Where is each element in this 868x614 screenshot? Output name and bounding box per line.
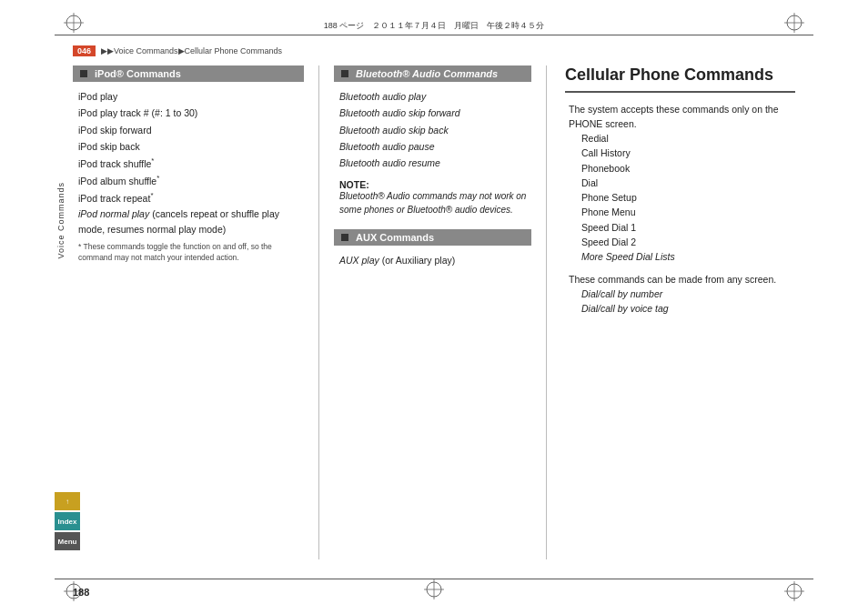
note-text: Bluetooth® Audio commands may not work o… — [339, 190, 531, 216]
content-area: iPod® Commands iPod play iPod play track… — [73, 65, 795, 559]
bluetooth-note: NOTE: Bluetooth® Audio commands may not … — [334, 179, 531, 216]
list-item: Dial — [581, 176, 795, 190]
list-item: Phonebook — [581, 161, 795, 176]
list-item: Call History — [581, 146, 795, 160]
right-column: Cellular Phone Commands The system accep… — [546, 65, 795, 559]
header-square-icon — [341, 70, 348, 77]
top-divider — [55, 35, 813, 35]
right-col-body: The system accepts these commands only o… — [565, 102, 795, 317]
phone-commands-list: Redial Call History Phonebook Dial Phone… — [569, 131, 795, 264]
breadcrumb: 046 ▶▶Voice Commands▶Cellular Phone Comm… — [73, 45, 795, 56]
mid-column: Bluetooth® Audio Commands Bluetooth audi… — [318, 65, 546, 559]
list-item: Bluetooth audio resume — [339, 156, 531, 170]
list-item: iPod normal play (cancels repeat or shuf… — [78, 206, 304, 237]
ipod-footnote: * These commands toggle the function on … — [73, 242, 304, 264]
header-square-icon — [80, 70, 87, 77]
list-item: iPod play track # (#: 1 to 30) — [78, 106, 304, 120]
crosshair-top-right — [784, 13, 804, 33]
top-meta: 188 ページ ２０１１年７月４日 月曜日 午後２時４５分 — [91, 20, 777, 32]
ipod-header-text: iPod® Commands — [95, 68, 181, 79]
list-item: More Speed Dial Lists — [581, 249, 795, 264]
page-number: 188 — [73, 587, 89, 598]
any-screen-intro: These commands can be made from any scre… — [569, 272, 795, 287]
list-item: Dial/call by voice tag — [581, 301, 795, 316]
note-body: Bluetooth® Audio commands may not work o… — [339, 191, 526, 215]
list-item: iPod track shuffle* — [78, 156, 304, 171]
footnote-marker-icon: * — [78, 242, 81, 251]
list-item: Speed Dial 2 — [581, 235, 795, 249]
bluetooth-section-header: Bluetooth® Audio Commands — [334, 65, 531, 82]
right-col-title: Cellular Phone Commands — [565, 65, 795, 93]
list-item: Bluetooth audio pause — [339, 139, 531, 154]
list-item: Speed Dial 1 — [581, 220, 795, 235]
list-item: Redial — [581, 131, 795, 146]
bluetooth-commands-list: Bluetooth audio play Bluetooth audio ski… — [334, 89, 531, 170]
list-item: Bluetooth audio skip forward — [339, 106, 531, 120]
breadcrumb-page-label: 046 — [73, 45, 96, 56]
voice-commands-label: Voice Commands — [56, 182, 66, 259]
list-item: Dial/call by number — [581, 287, 795, 301]
phone-intro: The system accepts these commands only o… — [569, 102, 795, 132]
note-title: NOTE: — [339, 179, 531, 190]
list-item: iPod album shuffle* — [78, 173, 304, 188]
list-item: Bluetooth audio skip back — [339, 123, 531, 137]
ipod-section-header: iPod® Commands — [73, 65, 304, 82]
aux-commands-list: AUX play (or Auxiliary play) — [334, 253, 531, 267]
page-meta-text: 188 ページ ２０１１年７月４日 月曜日 午後２時４５分 — [324, 20, 545, 32]
list-item: Phone Setup — [581, 190, 795, 205]
crosshair-bottom-center — [424, 579, 444, 601]
list-item: iPod skip back — [78, 139, 304, 154]
breadcrumb-path: ▶▶Voice Commands▶Cellular Phone Commands — [101, 46, 282, 55]
aux-section-header: AUX Commands — [334, 229, 531, 246]
list-item: iPod track repeat* — [78, 190, 304, 206]
list-item: AUX play (or Auxiliary play) — [339, 253, 531, 267]
list-item: Bluetooth audio play — [339, 89, 531, 104]
bluetooth-header-text: Bluetooth® Audio Commands — [356, 68, 498, 79]
header-square-icon — [341, 234, 348, 241]
left-column: iPod® Commands iPod play iPod play track… — [73, 65, 318, 559]
aux-header-text: AUX Commands — [356, 232, 434, 243]
crosshair-bottom-right — [784, 581, 804, 601]
list-item: Phone Menu — [581, 205, 795, 219]
any-screen-commands-list: Dial/call by number Dial/call by voice t… — [569, 287, 795, 317]
ipod-commands-list: iPod play iPod play track # (#: 1 to 30)… — [73, 89, 304, 237]
footnote-text: These commands toggle the function on an… — [78, 242, 272, 262]
list-item: iPod skip forward — [78, 123, 304, 137]
list-item: iPod play — [78, 89, 304, 104]
crosshair-top-left — [64, 13, 84, 33]
